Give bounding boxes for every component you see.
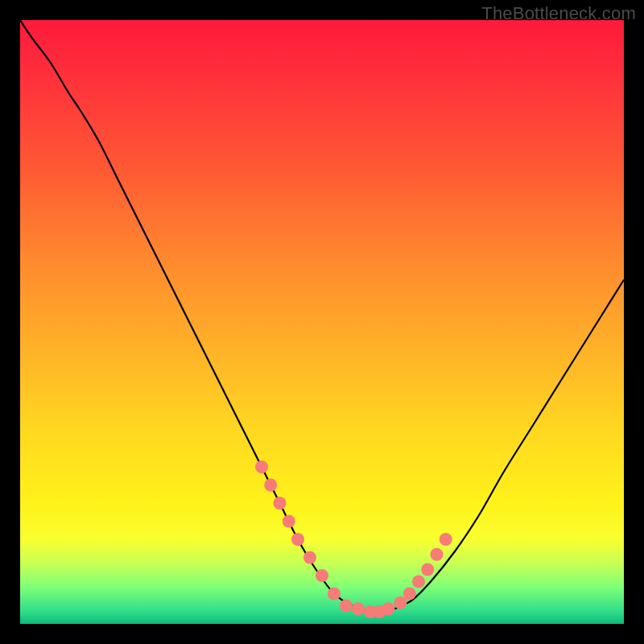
curve-marker	[412, 576, 425, 588]
bottleneck-curve	[20, 20, 624, 624]
curve-marker	[291, 533, 304, 546]
curve-marker	[303, 551, 316, 564]
curve-marker	[316, 569, 328, 582]
curve-marker	[431, 548, 444, 561]
plot-area	[20, 20, 624, 624]
curve-marker	[382, 602, 395, 615]
curve-line	[20, 20, 624, 613]
curve-marker	[274, 497, 287, 510]
curve-marker	[283, 515, 295, 528]
curve-marker	[440, 533, 452, 546]
curve-marker	[328, 588, 341, 601]
curve-marker	[255, 460, 268, 473]
curve-marker	[403, 588, 416, 601]
chart-frame: TheBottleneck.com	[0, 0, 644, 644]
curve-marker	[421, 564, 434, 576]
watermark-text: TheBottleneck.com	[481, 3, 636, 24]
curve-marker	[340, 600, 353, 613]
curve-markers	[255, 460, 452, 618]
curve-marker	[264, 479, 277, 492]
curve-marker	[352, 602, 365, 615]
